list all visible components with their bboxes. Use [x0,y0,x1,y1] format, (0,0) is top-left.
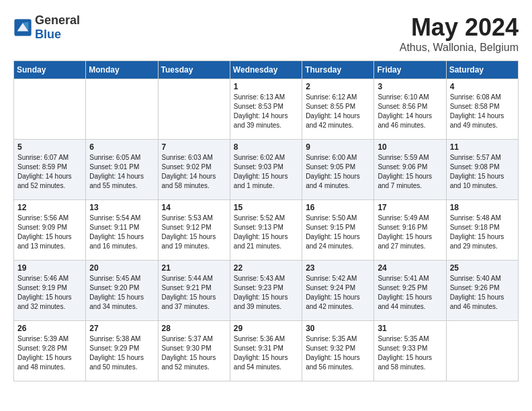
calendar-cell: 10Sunrise: 5:59 AM Sunset: 9:06 PM Dayli… [374,140,446,200]
day-info: Sunrise: 5:40 AM Sunset: 9:26 PM Dayligh… [450,274,515,312]
calendar-cell: 13Sunrise: 5:54 AM Sunset: 9:11 PM Dayli… [86,200,158,261]
day-number: 6 [89,142,154,152]
weekday-header: Sunday [14,61,86,79]
weekday-header: Saturday [446,61,518,79]
day-info: Sunrise: 5:44 AM Sunset: 9:21 PM Dayligh… [162,274,226,312]
calendar-cell: 30Sunrise: 5:35 AM Sunset: 9:32 PM Dayli… [302,321,374,381]
day-number: 14 [162,203,226,212]
day-number: 29 [234,324,298,333]
calendar-cell: 1Sunrise: 6:13 AM Sunset: 8:53 PM Daylig… [230,79,302,140]
day-info: Sunrise: 6:10 AM Sunset: 8:56 PM Dayligh… [378,93,442,130]
day-number: 9 [306,142,370,152]
weekday-header: Friday [374,61,446,79]
day-number: 16 [306,203,370,212]
calendar-cell: 5Sunrise: 6:07 AM Sunset: 8:59 PM Daylig… [14,140,86,200]
calendar-cell: 19Sunrise: 5:46 AM Sunset: 9:19 PM Dayli… [14,261,86,321]
title-block: May 2024 Athus, Wallonia, Belgium [400,13,519,54]
day-number: 19 [17,263,82,273]
day-info: Sunrise: 5:52 AM Sunset: 9:13 PM Dayligh… [234,214,298,251]
calendar-cell: 18Sunrise: 5:48 AM Sunset: 9:18 PM Dayli… [446,200,518,261]
day-number: 4 [450,82,515,91]
calendar-cell: 3Sunrise: 6:10 AM Sunset: 8:56 PM Daylig… [374,79,446,140]
calendar-cell: 31Sunrise: 5:35 AM Sunset: 9:33 PM Dayli… [374,321,446,381]
location-subtitle: Athus, Wallonia, Belgium [400,42,519,54]
day-number: 12 [17,203,82,212]
calendar-cell: 8Sunrise: 6:02 AM Sunset: 9:03 PM Daylig… [230,140,302,200]
calendar-cell: 6Sunrise: 6:05 AM Sunset: 9:01 PM Daylig… [86,140,158,200]
day-number: 31 [378,324,442,333]
day-number: 8 [234,142,298,152]
calendar-cell: 22Sunrise: 5:43 AM Sunset: 9:23 PM Dayli… [230,261,302,321]
calendar-cell: 15Sunrise: 5:52 AM Sunset: 9:13 PM Dayli… [230,200,302,261]
day-number: 11 [450,142,515,152]
day-number: 18 [450,203,515,212]
day-number: 1 [234,82,298,91]
day-info: Sunrise: 5:41 AM Sunset: 9:25 PM Dayligh… [378,274,442,312]
day-info: Sunrise: 5:49 AM Sunset: 9:16 PM Dayligh… [378,214,442,251]
calendar-cell: 14Sunrise: 5:53 AM Sunset: 9:12 PM Dayli… [158,200,230,261]
calendar-cell: 17Sunrise: 5:49 AM Sunset: 9:16 PM Dayli… [374,200,446,261]
calendar-cell [158,79,230,140]
day-number: 13 [89,203,154,212]
calendar-cell [86,79,158,140]
calendar-cell: 12Sunrise: 5:56 AM Sunset: 9:09 PM Dayli… [14,200,86,261]
day-info: Sunrise: 6:00 AM Sunset: 9:05 PM Dayligh… [306,153,370,191]
weekday-header: Monday [86,61,158,79]
calendar-table: SundayMondayTuesdayWednesdayThursdayFrid… [13,60,519,381]
day-info: Sunrise: 5:39 AM Sunset: 9:28 PM Dayligh… [17,334,82,372]
day-number: 23 [306,263,370,273]
month-year-title: May 2024 [400,13,519,42]
calendar-week-row: 26Sunrise: 5:39 AM Sunset: 9:28 PM Dayli… [14,321,519,381]
day-number: 21 [162,263,226,273]
weekday-header-row: SundayMondayTuesdayWednesdayThursdayFrid… [14,61,519,79]
day-number: 28 [162,324,226,333]
calendar-cell: 23Sunrise: 5:42 AM Sunset: 9:24 PM Dayli… [302,261,374,321]
day-info: Sunrise: 6:13 AM Sunset: 8:53 PM Dayligh… [234,93,298,130]
logo-blue-text: Blue [35,28,80,42]
weekday-header: Thursday [302,61,374,79]
day-info: Sunrise: 6:08 AM Sunset: 8:58 PM Dayligh… [450,93,515,130]
day-info: Sunrise: 5:48 AM Sunset: 9:18 PM Dayligh… [450,214,515,251]
day-number: 15 [234,203,298,212]
day-info: Sunrise: 5:35 AM Sunset: 9:32 PM Dayligh… [306,334,370,372]
calendar-cell: 9Sunrise: 6:00 AM Sunset: 9:05 PM Daylig… [302,140,374,200]
calendar-cell: 27Sunrise: 5:38 AM Sunset: 9:29 PM Dayli… [86,321,158,381]
calendar-cell: 21Sunrise: 5:44 AM Sunset: 9:21 PM Dayli… [158,261,230,321]
calendar-cell: 29Sunrise: 5:36 AM Sunset: 9:31 PM Dayli… [230,321,302,381]
day-number: 3 [378,82,442,91]
weekday-header: Wednesday [230,61,302,79]
day-info: Sunrise: 5:53 AM Sunset: 9:12 PM Dayligh… [162,214,226,251]
calendar-cell: 28Sunrise: 5:37 AM Sunset: 9:30 PM Dayli… [158,321,230,381]
calendar-week-row: 19Sunrise: 5:46 AM Sunset: 9:19 PM Dayli… [14,261,519,321]
day-info: Sunrise: 5:45 AM Sunset: 9:20 PM Dayligh… [89,274,154,312]
day-number: 20 [89,263,154,273]
calendar-cell: 25Sunrise: 5:40 AM Sunset: 9:26 PM Dayli… [446,261,518,321]
day-number: 26 [17,324,82,333]
day-info: Sunrise: 5:37 AM Sunset: 9:30 PM Dayligh… [162,334,226,372]
weekday-header: Tuesday [158,61,230,79]
day-info: Sunrise: 5:54 AM Sunset: 9:11 PM Dayligh… [89,214,154,251]
logo-icon [13,18,32,37]
day-number: 10 [378,142,442,152]
day-info: Sunrise: 5:35 AM Sunset: 9:33 PM Dayligh… [378,334,442,372]
day-info: Sunrise: 5:56 AM Sunset: 9:09 PM Dayligh… [17,214,82,251]
calendar-cell: 2Sunrise: 6:12 AM Sunset: 8:55 PM Daylig… [302,79,374,140]
day-number: 30 [306,324,370,333]
day-info: Sunrise: 6:02 AM Sunset: 9:03 PM Dayligh… [234,153,298,191]
day-number: 25 [450,263,515,273]
calendar-cell: 26Sunrise: 5:39 AM Sunset: 9:28 PM Dayli… [14,321,86,381]
day-info: Sunrise: 5:59 AM Sunset: 9:06 PM Dayligh… [378,153,442,191]
day-info: Sunrise: 5:38 AM Sunset: 9:29 PM Dayligh… [89,334,154,372]
calendar-cell: 16Sunrise: 5:50 AM Sunset: 9:15 PM Dayli… [302,200,374,261]
day-info: Sunrise: 6:05 AM Sunset: 9:01 PM Dayligh… [89,153,154,191]
logo: General Blue [13,13,80,42]
logo-general-text: General [35,13,80,28]
calendar-week-row: 5Sunrise: 6:07 AM Sunset: 8:59 PM Daylig… [14,140,519,200]
day-number: 24 [378,263,442,273]
day-info: Sunrise: 6:07 AM Sunset: 8:59 PM Dayligh… [17,153,82,191]
calendar-cell [446,321,518,381]
day-info: Sunrise: 6:03 AM Sunset: 9:02 PM Dayligh… [162,153,226,191]
calendar-cell: 7Sunrise: 6:03 AM Sunset: 9:02 PM Daylig… [158,140,230,200]
day-number: 5 [17,142,82,152]
day-info: Sunrise: 6:12 AM Sunset: 8:55 PM Dayligh… [306,93,370,130]
